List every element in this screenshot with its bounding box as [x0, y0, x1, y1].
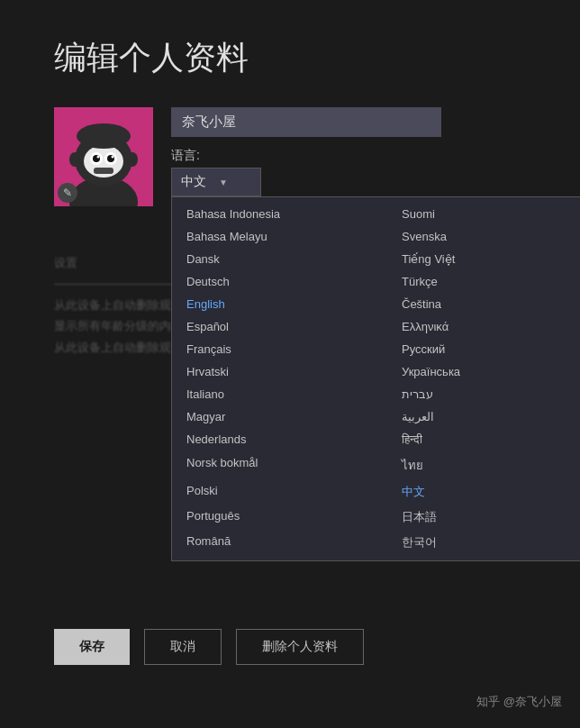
delete-profile-button[interactable]: 删除个人资料	[236, 629, 364, 665]
dropdown-item[interactable]: Bahasa Melayu	[172, 225, 387, 248]
language-label: 语言:	[171, 148, 526, 164]
dropdown-item[interactable]: Dansk	[172, 248, 387, 270]
selected-language-label: 中文	[181, 174, 206, 190]
dropdown-item[interactable]: Bahasa Indonesia	[172, 203, 387, 225]
avatar-container: ✎	[54, 107, 153, 206]
dropdown-item[interactable]: Čeština	[387, 293, 580, 315]
dropdown-item[interactable]: 中文	[387, 479, 580, 505]
dropdown-item[interactable]: Română	[172, 530, 387, 555]
dropdown-item[interactable]: العربية	[387, 405, 580, 428]
svg-point-11	[69, 152, 80, 167]
dropdown-item[interactable]: Українська	[387, 360, 580, 383]
dropdown-item[interactable]: Nederlands	[172, 428, 387, 451]
language-field: 语言: 中文 Bahasa IndonesiaSuomiBahasa Melay…	[171, 148, 526, 196]
dropdown-item[interactable]: Русский	[387, 338, 580, 360]
dropdown-item[interactable]: Hrvatski	[172, 360, 387, 383]
watermark: 知乎 @奈飞小屋	[476, 694, 562, 710]
dropdown-item[interactable]: Norsk bokmål	[172, 451, 387, 479]
dropdown-item[interactable]: Ελληνικά	[387, 315, 580, 338]
dropdown-item[interactable]: 日本語	[387, 505, 580, 530]
avatar-edit-icon[interactable]: ✎	[58, 183, 77, 203]
dropdown-item[interactable]: Suomi	[387, 203, 580, 225]
cancel-button[interactable]: 取消	[144, 629, 222, 665]
dropdown-item[interactable]: עברית	[387, 383, 580, 405]
svg-point-9	[112, 156, 114, 159]
bottom-buttons: 保存 取消 删除个人资料	[54, 629, 364, 665]
dropdown-item[interactable]: ไทย	[387, 451, 580, 479]
dropdown-item[interactable]: Deutsch	[172, 270, 387, 293]
dropdown-item[interactable]: English	[172, 293, 387, 315]
page-container: 编辑个人资料	[0, 0, 580, 728]
pencil-icon: ✎	[63, 187, 72, 199]
dropdown-item[interactable]: हिन्दी	[387, 428, 580, 451]
dropdown-item[interactable]: Italiano	[172, 383, 387, 405]
svg-point-6	[97, 156, 100, 159]
svg-rect-10	[94, 168, 113, 174]
dropdown-item[interactable]: Français	[172, 338, 387, 360]
dropdown-item[interactable]: 한국어	[387, 530, 580, 555]
svg-point-13	[77, 123, 131, 149]
dropdown-item[interactable]: Português	[172, 505, 387, 530]
form-section: 语言: 中文 Bahasa IndonesiaSuomiBahasa Melay…	[171, 107, 526, 196]
dropdown-item[interactable]: Svenska	[387, 225, 580, 248]
save-button[interactable]: 保存	[54, 629, 130, 665]
svg-point-12	[127, 152, 138, 167]
dropdown-wrapper: 中文 Bahasa IndonesiaSuomiBahasa MelayuSve…	[171, 168, 261, 196]
username-input[interactable]	[171, 107, 441, 137]
dropdown-item[interactable]: Tiếng Việt	[387, 248, 580, 270]
dropdown-item[interactable]: Polski	[172, 479, 387, 505]
page-title: 编辑个人资料	[54, 36, 526, 80]
profile-section: ✎ 语言: 中文 Bahasa IndonesiaSuomiBahasa Mel…	[54, 107, 526, 206]
dropdown-item[interactable]: Türkçe	[387, 270, 580, 293]
language-dropdown-menu: Bahasa IndonesiaSuomiBahasa MelayuSvensk…	[171, 196, 580, 561]
language-dropdown-button[interactable]: 中文	[171, 168, 261, 196]
dropdown-item[interactable]: Magyar	[172, 405, 387, 428]
dropdown-item[interactable]: Español	[172, 315, 387, 338]
